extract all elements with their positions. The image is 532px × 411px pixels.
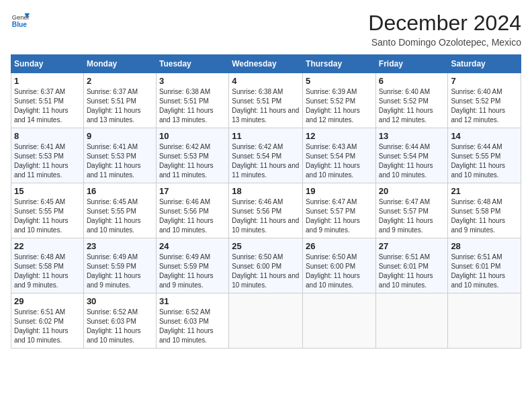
logo-icon: General Blue	[11, 11, 30, 30]
cell-content: Sunrise: 6:46 AM Sunset: 5:56 PM Dayligh…	[159, 197, 226, 235]
calendar-cell: 21Sunrise: 6:48 AM Sunset: 5:58 PM Dayli…	[448, 183, 521, 238]
weekday-header: Monday	[83, 55, 156, 73]
day-number: 1	[14, 76, 81, 86]
day-number: 14	[451, 131, 518, 141]
cell-content: Sunrise: 6:40 AM Sunset: 5:52 PM Dayligh…	[379, 87, 445, 125]
weekday-header: Wednesday	[229, 55, 303, 73]
calendar-cell: 4Sunrise: 6:38 AM Sunset: 5:51 PM Daylig…	[229, 73, 303, 128]
day-number: 12	[306, 131, 373, 141]
calendar-table: SundayMondayTuesdayWednesdayThursdayFrid…	[11, 54, 521, 349]
calendar-cell: 16Sunrise: 6:45 AM Sunset: 5:55 PM Dayli…	[83, 183, 156, 238]
day-number: 24	[159, 241, 226, 251]
day-number: 17	[159, 186, 226, 196]
location: Santo Domingo Ozolotepec, Mexico	[368, 37, 521, 48]
svg-text:Blue: Blue	[12, 21, 28, 28]
weekday-header-row: SundayMondayTuesdayWednesdayThursdayFrid…	[11, 55, 521, 73]
day-number: 3	[159, 76, 226, 86]
day-number: 4	[232, 76, 300, 86]
calendar-cell	[448, 293, 521, 349]
cell-content: Sunrise: 6:42 AM Sunset: 5:53 PM Dayligh…	[159, 142, 226, 180]
calendar-week-row: 15Sunrise: 6:45 AM Sunset: 5:55 PM Dayli…	[11, 183, 521, 238]
day-number: 13	[379, 131, 445, 141]
day-number: 31	[159, 296, 226, 306]
calendar-cell: 8Sunrise: 6:41 AM Sunset: 5:53 PM Daylig…	[11, 128, 84, 183]
day-number: 5	[306, 76, 373, 86]
day-number: 19	[306, 186, 373, 196]
cell-content: Sunrise: 6:39 AM Sunset: 5:52 PM Dayligh…	[306, 87, 373, 125]
calendar-cell: 12Sunrise: 6:43 AM Sunset: 5:54 PM Dayli…	[303, 128, 376, 183]
cell-content: Sunrise: 6:48 AM Sunset: 5:58 PM Dayligh…	[451, 197, 518, 235]
cell-content: Sunrise: 6:38 AM Sunset: 5:51 PM Dayligh…	[232, 87, 300, 125]
calendar-cell: 24Sunrise: 6:49 AM Sunset: 5:59 PM Dayli…	[156, 238, 228, 293]
day-number: 7	[451, 76, 518, 86]
cell-content: Sunrise: 6:37 AM Sunset: 5:51 PM Dayligh…	[87, 87, 153, 125]
calendar-week-row: 8Sunrise: 6:41 AM Sunset: 5:53 PM Daylig…	[11, 128, 521, 183]
logo: General Blue	[11, 11, 30, 30]
calendar-cell	[303, 293, 376, 349]
calendar-cell: 25Sunrise: 6:50 AM Sunset: 6:00 PM Dayli…	[229, 238, 303, 293]
weekday-header: Thursday	[303, 55, 376, 73]
calendar-cell: 13Sunrise: 6:44 AM Sunset: 5:54 PM Dayli…	[375, 128, 448, 183]
calendar-body: 1Sunrise: 6:37 AM Sunset: 5:51 PM Daylig…	[11, 73, 521, 349]
day-number: 28	[451, 241, 518, 251]
cell-content: Sunrise: 6:49 AM Sunset: 5:59 PM Dayligh…	[159, 253, 226, 290]
cell-content: Sunrise: 6:41 AM Sunset: 5:53 PM Dayligh…	[14, 142, 81, 180]
calendar-cell: 1Sunrise: 6:37 AM Sunset: 5:51 PM Daylig…	[11, 73, 84, 128]
day-number: 18	[232, 186, 300, 196]
weekday-header: Friday	[375, 55, 448, 73]
cell-content: Sunrise: 6:51 AM Sunset: 6:02 PM Dayligh…	[14, 308, 81, 345]
calendar-week-row: 1Sunrise: 6:37 AM Sunset: 5:51 PM Daylig…	[11, 73, 521, 128]
cell-content: Sunrise: 6:37 AM Sunset: 5:51 PM Dayligh…	[14, 87, 81, 125]
calendar-cell: 15Sunrise: 6:45 AM Sunset: 5:55 PM Dayli…	[11, 183, 84, 238]
cell-content: Sunrise: 6:50 AM Sunset: 6:00 PM Dayligh…	[232, 253, 300, 290]
day-number: 26	[306, 241, 373, 251]
cell-content: Sunrise: 6:50 AM Sunset: 6:00 PM Dayligh…	[306, 253, 373, 290]
page-header: General Blue December 2024 Santo Domingo…	[11, 11, 521, 48]
title-section: December 2024 Santo Domingo Ozolotepec, …	[368, 11, 521, 48]
calendar-week-row: 22Sunrise: 6:48 AM Sunset: 5:58 PM Dayli…	[11, 238, 521, 293]
cell-content: Sunrise: 6:52 AM Sunset: 6:03 PM Dayligh…	[159, 308, 226, 345]
day-number: 9	[87, 131, 153, 141]
day-number: 22	[14, 241, 81, 251]
calendar-cell: 29Sunrise: 6:51 AM Sunset: 6:02 PM Dayli…	[11, 293, 84, 349]
cell-content: Sunrise: 6:43 AM Sunset: 5:54 PM Dayligh…	[306, 142, 373, 180]
cell-content: Sunrise: 6:47 AM Sunset: 5:57 PM Dayligh…	[306, 197, 373, 235]
calendar-cell: 5Sunrise: 6:39 AM Sunset: 5:52 PM Daylig…	[303, 73, 376, 128]
day-number: 23	[87, 241, 153, 251]
calendar-cell: 17Sunrise: 6:46 AM Sunset: 5:56 PM Dayli…	[156, 183, 228, 238]
day-number: 8	[14, 131, 81, 141]
calendar-cell: 28Sunrise: 6:51 AM Sunset: 6:01 PM Dayli…	[448, 238, 521, 293]
calendar-cell	[229, 293, 303, 349]
cell-content: Sunrise: 6:38 AM Sunset: 5:51 PM Dayligh…	[159, 87, 226, 125]
cell-content: Sunrise: 6:49 AM Sunset: 5:59 PM Dayligh…	[87, 253, 153, 290]
calendar-cell: 3Sunrise: 6:38 AM Sunset: 5:51 PM Daylig…	[156, 73, 228, 128]
cell-content: Sunrise: 6:45 AM Sunset: 5:55 PM Dayligh…	[14, 197, 81, 235]
day-number: 25	[232, 241, 300, 251]
day-number: 21	[451, 186, 518, 196]
day-number: 10	[159, 131, 226, 141]
calendar-cell: 20Sunrise: 6:47 AM Sunset: 5:57 PM Dayli…	[375, 183, 448, 238]
month-year: December 2024	[368, 11, 521, 36]
calendar-cell: 22Sunrise: 6:48 AM Sunset: 5:58 PM Dayli…	[11, 238, 84, 293]
cell-content: Sunrise: 6:42 AM Sunset: 5:54 PM Dayligh…	[232, 142, 300, 180]
calendar-cell: 30Sunrise: 6:52 AM Sunset: 6:03 PM Dayli…	[83, 293, 156, 349]
calendar-cell: 14Sunrise: 6:44 AM Sunset: 5:55 PM Dayli…	[448, 128, 521, 183]
calendar-cell: 18Sunrise: 6:46 AM Sunset: 5:56 PM Dayli…	[229, 183, 303, 238]
weekday-header: Tuesday	[156, 55, 228, 73]
cell-content: Sunrise: 6:45 AM Sunset: 5:55 PM Dayligh…	[87, 197, 153, 235]
weekday-header: Saturday	[448, 55, 521, 73]
day-number: 30	[87, 296, 153, 306]
cell-content: Sunrise: 6:52 AM Sunset: 6:03 PM Dayligh…	[87, 308, 153, 345]
calendar-cell: 6Sunrise: 6:40 AM Sunset: 5:52 PM Daylig…	[375, 73, 448, 128]
calendar-cell: 26Sunrise: 6:50 AM Sunset: 6:00 PM Dayli…	[303, 238, 376, 293]
day-number: 15	[14, 186, 81, 196]
cell-content: Sunrise: 6:46 AM Sunset: 5:56 PM Dayligh…	[232, 197, 300, 235]
cell-content: Sunrise: 6:41 AM Sunset: 5:53 PM Dayligh…	[87, 142, 153, 180]
weekday-header: Sunday	[11, 55, 84, 73]
cell-content: Sunrise: 6:51 AM Sunset: 6:01 PM Dayligh…	[451, 253, 518, 290]
calendar-cell: 9Sunrise: 6:41 AM Sunset: 5:53 PM Daylig…	[83, 128, 156, 183]
calendar-cell	[375, 293, 448, 349]
cell-content: Sunrise: 6:40 AM Sunset: 5:52 PM Dayligh…	[451, 87, 518, 125]
cell-content: Sunrise: 6:48 AM Sunset: 5:58 PM Dayligh…	[14, 253, 81, 290]
day-number: 2	[87, 76, 153, 86]
